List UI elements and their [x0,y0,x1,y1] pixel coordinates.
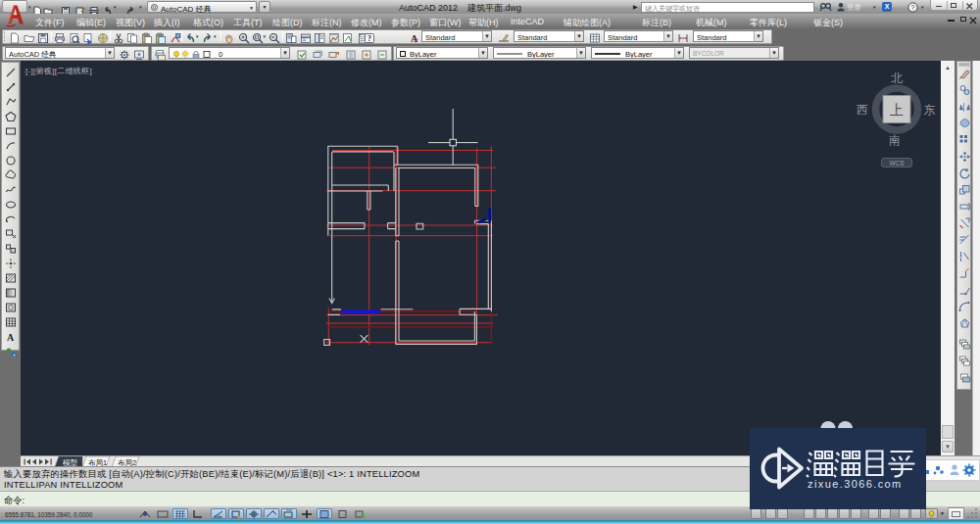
svg-text:?: ? [368,34,371,43]
svg-text:南: 南 [889,133,901,147]
svg-text:北: 北 [891,71,903,85]
svg-text:WCS: WCS [889,160,905,167]
svg-text:A: A [7,332,15,343]
svg-text:上: 上 [890,102,904,118]
svg-text:zixue.3066.com: zixue.3066.com [808,478,903,490]
svg-text:西: 西 [857,103,868,117]
svg-text:?: ? [911,4,915,11]
svg-text:A: A [411,33,418,44]
svg-text:东: 东 [924,103,936,117]
